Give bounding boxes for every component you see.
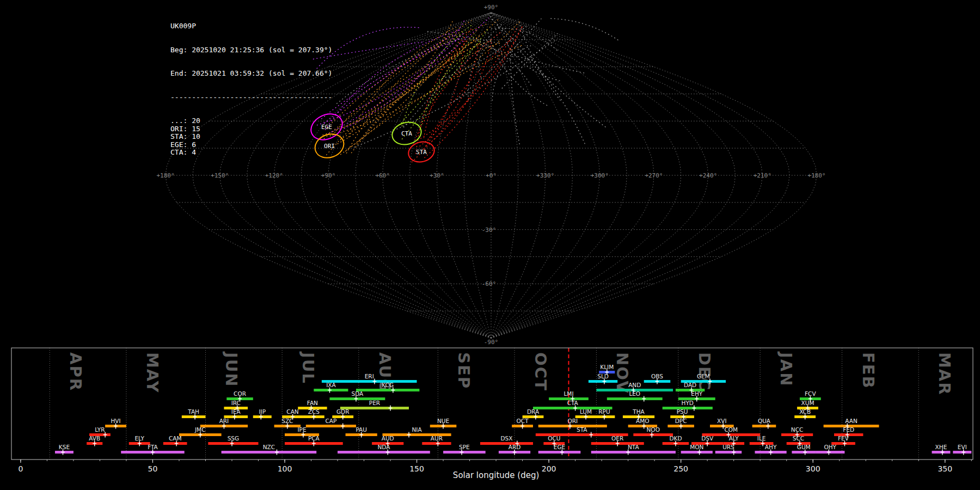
activity-bar [591, 451, 676, 454]
shower-code-label: COM [724, 426, 738, 433]
shower-code-label: XHE [935, 444, 947, 450]
meteor-trail [423, 36, 464, 149]
pole-top-label: +90° [484, 4, 499, 11]
observation-header: UK009P Beg: 20251020 21:25:36 (sol = 207… [170, 7, 332, 173]
shower-bar-URS: URS [715, 444, 742, 455]
shower-code-label: DAD [684, 382, 696, 388]
month-label: DEC [695, 352, 714, 391]
meteor-trail [317, 27, 421, 69]
shower-code-label: DSX [501, 435, 513, 442]
shower-code-label: GDR [336, 408, 350, 415]
shower-bar-PAU: PAU [346, 426, 377, 438]
shower-code-label: SCC [793, 435, 804, 442]
x-tick-label: 300 [806, 464, 820, 473]
shower-code-label: ERI [365, 373, 374, 379]
month-label: SEP [455, 352, 473, 389]
equator-longitude-label: +240° [699, 172, 717, 179]
shower-bar-NDA: NDA [338, 444, 430, 455]
shower-code-label: THA [632, 408, 645, 415]
shower-bar-PCA: PCA [285, 435, 343, 446]
shower-code-label: ARD [509, 444, 521, 450]
equator-longitude-label: +330° [536, 172, 554, 179]
shower-code-label: AVB [89, 435, 100, 442]
shower-code-label: GEM [697, 373, 710, 379]
shower-code-label: CAP [325, 418, 336, 424]
shower-bar-ELY: ELY [129, 435, 150, 446]
shower-code-label: NTA [628, 444, 639, 450]
shower-bar-DPC: DPC [667, 418, 694, 429]
activity-bar [306, 425, 356, 427]
shower-bar-PER: PER [340, 400, 409, 411]
equator-longitude-label: +270° [645, 172, 663, 179]
shower-bar-GUM: GUM [792, 444, 816, 455]
shower-bar-NOO: NOO [633, 426, 673, 438]
shower-bar-QUA: QUA [752, 418, 776, 429]
shower-bar-SPE: SPE [443, 444, 486, 455]
shower-bar-ARI: ARI [200, 418, 248, 429]
obs-end: End: 20251021 03:59:32 (sol = 207.66°) [170, 70, 332, 78]
equator-longitude-label: +210° [754, 172, 771, 179]
x-tick-label: 150 [409, 464, 424, 473]
activity-bar [443, 451, 486, 454]
month-label: MAR [935, 352, 954, 396]
equator-longitude-label: +180° [807, 172, 825, 179]
trail-group-sporadic [336, 16, 618, 147]
shower-code-label: AND [628, 382, 641, 388]
shower-bar-CAP: CAP [306, 418, 356, 429]
shower-bar-NUE: NUE [430, 418, 457, 429]
shower-code-label: LEO [629, 390, 640, 397]
shower-code-label: LMI [564, 390, 573, 397]
activity-bar [340, 407, 409, 409]
shower-code-label: IEA [231, 408, 241, 415]
activity-bar [681, 451, 713, 454]
shower-code-label: LYR [95, 426, 105, 433]
shower-code-label: IPE [297, 426, 306, 433]
obs-begin: Beg: 20251020 21:25:36 (sol = 207.39°) [170, 46, 332, 54]
meteor-trail [479, 45, 489, 78]
station-id: UK009P [170, 22, 332, 30]
shower-code-label: AAN [845, 418, 857, 424]
equator-longitude-label: +90° [321, 172, 336, 179]
latitude-label: -30° [482, 226, 497, 234]
month-label: JUN [222, 351, 241, 388]
meteor-trail [414, 32, 502, 144]
count-line: EGE: 6 [170, 141, 332, 149]
shower-code-label: AMO [636, 418, 650, 424]
shower-bar-RPU: RPU [594, 408, 615, 420]
shower-code-label: OBS [651, 373, 663, 379]
month-label: FEB [859, 352, 878, 389]
shower-bar-MON: MON [681, 444, 713, 455]
shower-bar-EVI: EVI [953, 444, 971, 455]
shower-code-label: AUR [431, 435, 443, 442]
shower-bar-OCT: OCT [512, 418, 533, 429]
shower-code-label: GUM [797, 444, 811, 450]
x-tick-label: 50 [148, 464, 158, 473]
shower-bar-SZC: SZC [274, 418, 301, 429]
shower-bar-XHE: XHE [932, 444, 950, 455]
shower-code-label: QUA [758, 418, 771, 424]
equator-longitude-label: +120° [265, 172, 283, 179]
shower-bar-OBS: OBS [644, 373, 671, 384]
pole-bottom-label: -90° [484, 339, 499, 346]
shower-code-label: NOO [647, 426, 660, 433]
shower-code-label: FAN [307, 400, 318, 406]
equator-longitude-label: +150° [211, 172, 229, 179]
shower-code-label: KLIM [600, 364, 614, 370]
equator-longitude-label: +300° [591, 172, 609, 179]
shower-code-label: EHY [691, 390, 703, 397]
shower-bar-NZC: NZC [222, 444, 317, 455]
meteor-trail [424, 40, 467, 138]
shower-code-label: IRC [231, 400, 241, 406]
activity-timeline: APRMAYJUNJULAUGSEPOCTNOVDECJANFEBMARKLIM… [11, 348, 973, 480]
shower-bar-TAH: TAH [182, 408, 206, 420]
shower-code-label: OHY [824, 444, 836, 450]
shower-code-label: SSG [228, 435, 239, 442]
equator-longitude-label: +60° [375, 172, 390, 179]
meteor-trail [488, 33, 547, 106]
meteor-trail [425, 31, 498, 43]
shower-code-label: SDA [352, 390, 364, 397]
shower-code-label: LUM [580, 408, 592, 415]
shower-code-label: ZCS [308, 408, 320, 415]
shower-bar-AVB: AVB [87, 435, 102, 446]
shower-bar-ZCS: ZCS [303, 408, 324, 420]
